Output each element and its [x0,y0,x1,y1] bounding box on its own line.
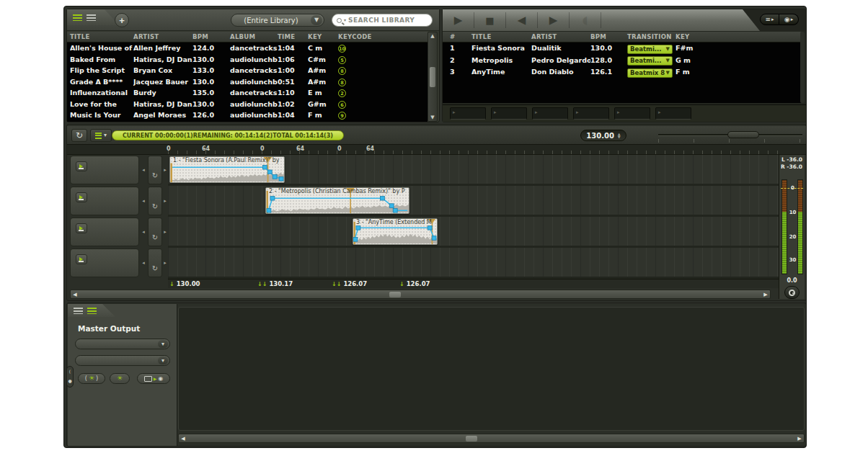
tempo-marker[interactable]: ↓ 130.00 [169,280,200,287]
col-key[interactable]: KEY [676,32,802,42]
stepper-arrows-icon[interactable]: ▲▼ [618,133,621,138]
menu-icon[interactable] [74,308,83,314]
previous-track-button[interactable]: ◀ [506,12,538,28]
cue-pad[interactable]: ▸ [655,107,691,120]
add-playlist-button[interactable]: + [115,13,129,27]
table-row[interactable]: Baked From Hatiras, DJ Dan, 130.0 audiol… [67,54,428,66]
clip-metropolis[interactable]: 2 - "Metropolis (Christian Cambas Remix)… [265,187,409,214]
col-bpm[interactable]: BPM [192,32,230,42]
clip-anytime[interactable]: 3 - "AnyTime (Extended M [353,218,438,245]
export-mix-button[interactable]: ◉▸ [779,14,799,25]
transition-value: Beatmix 8 [630,67,666,78]
col-artist[interactable]: ARTIST [133,32,192,42]
col-key[interactable]: KEY [308,32,338,42]
cell-bpm: 130.0 [192,76,230,88]
timeline-ruler[interactable]: 0 64 0 64 0 64 [67,145,806,155]
table-row[interactable]: Influenzational Burdy 135.0 dancetracks … [67,87,428,99]
col-transition[interactable]: TRANSITION [627,32,676,42]
scroll-left-icon[interactable]: ◀ [179,434,187,442]
col-bpm[interactable]: BPM [590,32,627,42]
zoom-slider[interactable] [658,134,802,136]
track-pill[interactable] [70,218,139,246]
cue-pad[interactable]: ▸ [614,107,650,120]
snap-grid-dropdown[interactable]: ▾ [90,129,112,142]
col-title[interactable]: TITLE [471,32,531,42]
monitor-route-button[interactable]: ▶ ◉ [137,373,170,384]
col-title[interactable]: TITLE [70,32,133,42]
table-row[interactable]: Love for the Hatiras, DJ Dan, 130.0 audi… [67,99,428,110]
cue-pad[interactable]: ▸ [532,107,568,120]
time-remaining: REMAINING: 00:14:14(2) [193,133,273,139]
col-artist[interactable]: ARTIST [531,32,590,42]
nudge-left-icon[interactable]: ◂ [140,249,147,277]
playlist-row[interactable]: 1 Fiesta Sonora Dualitik 130.0 Beatmi...… [443,42,802,55]
col-keycode[interactable]: KEYCODE [338,32,428,42]
playlist-column-headers: # TITLE ARTIST BPM TRANSITION KEY [443,32,802,42]
track-pill[interactable] [70,156,139,184]
eq-sliders-icon[interactable] [87,308,97,314]
timeline-grid[interactable]: 1 - "Fiesta Sonora (A.Paul Remix)" by 2 … [168,155,782,279]
transition-select[interactable]: Beatmi... ▼ [627,45,673,54]
stop-button[interactable]: ■ [474,12,506,28]
bottom-hscrollbar[interactable]: ◀ ▶ [178,434,805,443]
cue-pad[interactable]: ▸ [450,107,486,120]
scroll-right-icon[interactable]: ▶ [795,434,804,442]
timeline-hscrollbar[interactable]: ◀ ▶ [70,290,771,299]
search-input[interactable] [348,17,428,24]
track-loop-icon[interactable]: ↻ [148,218,162,246]
export-list-button[interactable]: ≡▸ [760,14,779,25]
clip-fiesta-sonora[interactable]: 1 - "Fiesta Sonora (A.Paul Remix)" by [169,156,285,183]
nudge-left-icon[interactable]: ◂ [140,156,147,184]
table-row[interactable]: Grade A B**** Jacquez Bauer 130.0 audiol… [67,76,428,88]
transition-select[interactable]: Beatmix 8 ▼ [627,68,673,78]
col-album[interactable]: ALBUM [230,32,278,42]
detail-content-area[interactable] [178,307,805,431]
scrollbar-thumb[interactable] [430,67,435,87]
play-button[interactable]: ▶ [443,12,474,28]
table-row[interactable]: Flip the Script Bryan Cox 133.0 dancetra… [67,65,428,76]
list-view-icon[interactable] [73,14,82,21]
cue-pad[interactable]: ▸ [573,107,609,120]
side-mini-toolbar[interactable]: (● [66,366,74,388]
track-loop-icon[interactable]: ↻ [148,249,162,277]
scrollbar-thumb[interactable] [389,292,401,297]
master-volume-knob[interactable] [784,286,800,299]
table-row[interactable]: Music Is Your Angel Moraes 126.0 audiolu… [67,109,428,121]
tempo-marker[interactable]: ↓ 126.07 [399,280,430,287]
table-row[interactable]: Allen's House of Allen Jeffrey 124.0 dan… [67,42,428,54]
track-loop-icon[interactable]: ↻ [148,156,162,184]
tempo-marker[interactable]: ↓↓ 126.07 [332,280,367,287]
library-scrollbar[interactable]: ▲ ▼ [428,32,438,122]
scroll-right-icon[interactable]: ▶ [761,290,770,298]
cue-pad[interactable]: ▸ [491,107,527,120]
master-bpm-stepper[interactable]: 130.00 ▲▼ [580,130,626,141]
scrollbar-thumb[interactable] [466,436,477,442]
track-pill[interactable] [70,187,139,215]
track-pill[interactable] [70,249,139,277]
nudge-left-icon[interactable]: ◂ [140,187,147,215]
mono-gain-button[interactable]: ☀ [110,373,130,384]
col-time[interactable]: TIME [278,32,308,42]
playlist-row[interactable]: 2 Metropolis Pedro Delgardo 128.0 Beatmi… [443,55,802,67]
tempo-marker[interactable]: ↓↓ 130.17 [257,280,293,287]
stereo-gain-button[interactable]: (☀) [78,373,105,384]
col-num[interactable]: # [450,32,471,42]
scroll-up-icon[interactable]: ▲ [428,33,437,39]
zoom-slider-handle[interactable] [727,131,759,138]
playlist-row[interactable]: 3 AnyTime Don Diablo 126.1 Beatmix 8 ▼ F… [443,66,802,79]
collection-dropdown[interactable]: (Entire Library) ▼ [231,14,324,27]
chevron-down-icon[interactable]: ▼ [311,15,322,25]
scroll-down-icon[interactable]: ▼ [428,115,437,120]
shuffle-view-icon[interactable] [87,14,96,21]
transition-select[interactable]: Beatmi... ▼ [627,56,673,66]
scroll-left-icon[interactable]: ◀ [71,290,79,298]
nudge-left-icon[interactable]: ◂ [140,218,147,246]
cell-transition: Beatmix 8 ▼ [627,67,676,78]
cell-title: Allen's House of [70,42,133,54]
track-loop-icon[interactable]: ↻ [148,187,162,215]
library-search[interactable]: ▾ [332,14,433,27]
output-device-select[interactable]: ▾ [75,339,170,349]
cue-device-select[interactable]: ▾ [75,355,170,366]
next-track-button[interactable]: ▶ [538,12,570,28]
loop-icon[interactable]: ↻ [71,129,87,142]
